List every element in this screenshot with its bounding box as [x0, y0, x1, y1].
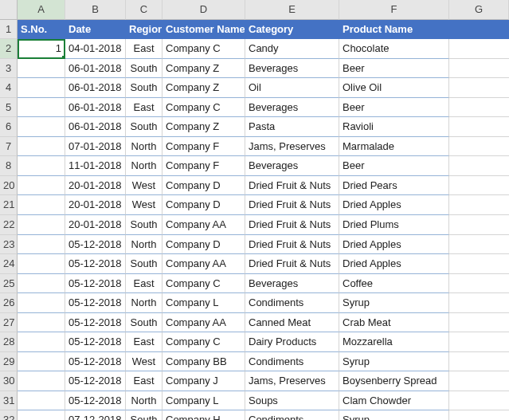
- cell-product[interactable]: Syrup: [339, 352, 449, 372]
- cell-date[interactable]: 07-01-2018: [65, 137, 126, 157]
- row-head-20[interactable]: 20: [0, 176, 18, 196]
- row-head-8[interactable]: 8: [0, 156, 18, 176]
- cell-customer[interactable]: Company C: [162, 274, 245, 294]
- cell-blank[interactable]: [449, 313, 509, 333]
- cell-region[interactable]: South: [126, 313, 162, 333]
- cell-sno[interactable]: [18, 352, 65, 372]
- cell-product[interactable]: Clam Chowder: [339, 391, 449, 411]
- cell-blank[interactable]: [449, 371, 509, 391]
- cell-blank[interactable]: [449, 235, 509, 255]
- cell-blank[interactable]: [449, 39, 509, 59]
- cell-region[interactable]: North: [126, 391, 162, 411]
- cell-sno[interactable]: [18, 410, 65, 420]
- cell-region[interactable]: South: [126, 78, 162, 98]
- cell-date[interactable]: 11-01-2018: [65, 156, 126, 176]
- cell-category[interactable]: Condiments: [245, 293, 339, 313]
- col-head-C[interactable]: C: [126, 0, 162, 20]
- row-head-7[interactable]: 7: [0, 137, 18, 157]
- cell-region[interactable]: East: [126, 332, 162, 352]
- cell-date[interactable]: 05-12-2018: [65, 313, 126, 333]
- cell-category[interactable]: Dairy Products: [245, 332, 339, 352]
- cell-category[interactable]: Dried Fruit & Nuts: [245, 215, 339, 235]
- cell-product[interactable]: Boysenberry Spread: [339, 371, 449, 391]
- cell-customer[interactable]: Company AA: [162, 313, 245, 333]
- cell-date[interactable]: 20-01-2018: [65, 176, 126, 196]
- cell-customer[interactable]: Company AA: [162, 215, 245, 235]
- cell-date[interactable]: 05-12-2018: [65, 332, 126, 352]
- cell-region[interactable]: East: [126, 371, 162, 391]
- select-all-corner[interactable]: [0, 0, 18, 20]
- cell-customer[interactable]: Company C: [162, 332, 245, 352]
- col-head-E[interactable]: E: [245, 0, 339, 20]
- row-head-27[interactable]: 27: [0, 313, 18, 333]
- row-head-5[interactable]: 5: [0, 98, 18, 118]
- cell-customer[interactable]: Company BB: [162, 352, 245, 372]
- cell-sno[interactable]: [18, 176, 65, 196]
- cell-customer[interactable]: Company C: [162, 98, 245, 118]
- cell-sno[interactable]: [18, 98, 65, 118]
- cell-sno[interactable]: [18, 332, 65, 352]
- cell-blank[interactable]: [449, 117, 509, 137]
- cell-customer[interactable]: Company L: [162, 391, 245, 411]
- cell-date[interactable]: 05-12-2018: [65, 371, 126, 391]
- cell-blank[interactable]: [449, 59, 509, 79]
- cell-product[interactable]: Dried Apples: [339, 195, 449, 215]
- cell-customer[interactable]: Company C: [162, 39, 245, 59]
- col-head-D[interactable]: D: [162, 0, 245, 20]
- cell-sno[interactable]: [18, 293, 65, 313]
- row-head-32[interactable]: 32: [0, 410, 18, 420]
- cell-product[interactable]: Dried Pears: [339, 176, 449, 196]
- row-head-26[interactable]: 26: [0, 293, 18, 313]
- cell-blank[interactable]: [449, 274, 509, 294]
- cell-sno[interactable]: [18, 274, 65, 294]
- row-head-22[interactable]: 22: [0, 215, 18, 235]
- cell-blank[interactable]: [449, 254, 509, 274]
- cell-date[interactable]: 05-12-2018: [65, 274, 126, 294]
- cell-customer[interactable]: Company Z: [162, 59, 245, 79]
- cell-region[interactable]: North: [126, 293, 162, 313]
- cell-category[interactable]: Beverages: [245, 98, 339, 118]
- cell-blank[interactable]: [449, 410, 509, 420]
- cell-customer[interactable]: Company D: [162, 235, 245, 255]
- cell-customer[interactable]: Company F: [162, 137, 245, 157]
- row-head-28[interactable]: 28: [0, 332, 18, 352]
- cell-category[interactable]: Dried Fruit & Nuts: [245, 235, 339, 255]
- cell-customer[interactable]: Company J: [162, 371, 245, 391]
- cell-product[interactable]: Beer: [339, 98, 449, 118]
- col-head-F[interactable]: F: [339, 0, 449, 20]
- cell-sno[interactable]: [18, 391, 65, 411]
- cell-category[interactable]: Soups: [245, 391, 339, 411]
- cell-sno[interactable]: [18, 195, 65, 215]
- spreadsheet-grid[interactable]: ABCDEFG1S.No.DateRegionCustomer NameCate…: [0, 0, 509, 420]
- cell-sno[interactable]: 1: [18, 39, 65, 59]
- cell-date[interactable]: 07-12-2018: [65, 410, 126, 420]
- cell-date[interactable]: 05-12-2018: [65, 254, 126, 274]
- cell-blank[interactable]: [449, 195, 509, 215]
- cell-sno[interactable]: [18, 254, 65, 274]
- row-head-31[interactable]: 31: [0, 391, 18, 411]
- row-head-3[interactable]: 3: [0, 59, 18, 79]
- cell-blank[interactable]: [449, 78, 509, 98]
- cell-region[interactable]: West: [126, 352, 162, 372]
- cell-category[interactable]: Candy: [245, 39, 339, 59]
- row-head-30[interactable]: 30: [0, 371, 18, 391]
- cell-category[interactable]: Dried Fruit & Nuts: [245, 195, 339, 215]
- cell-product[interactable]: Chocolate: [339, 39, 449, 59]
- cell-category[interactable]: Dried Fruit & Nuts: [245, 254, 339, 274]
- cell-sno[interactable]: [18, 78, 65, 98]
- cell-category[interactable]: Oil: [245, 78, 339, 98]
- cell-sno[interactable]: [18, 156, 65, 176]
- cell-customer[interactable]: Company D: [162, 176, 245, 196]
- cell-product[interactable]: Beer: [339, 59, 449, 79]
- cell-customer[interactable]: Company D: [162, 195, 245, 215]
- cell-category[interactable]: Dried Fruit & Nuts: [245, 176, 339, 196]
- cell-product[interactable]: Dried Apples: [339, 254, 449, 274]
- cell-region[interactable]: South: [126, 215, 162, 235]
- row-head-6[interactable]: 6: [0, 117, 18, 137]
- cell-region[interactable]: West: [126, 176, 162, 196]
- cell-category[interactable]: Beverages: [245, 274, 339, 294]
- cell-product[interactable]: Coffee: [339, 274, 449, 294]
- cell-product[interactable]: Mozzarella: [339, 332, 449, 352]
- cell-customer[interactable]: Company L: [162, 293, 245, 313]
- cell-region[interactable]: South: [126, 410, 162, 420]
